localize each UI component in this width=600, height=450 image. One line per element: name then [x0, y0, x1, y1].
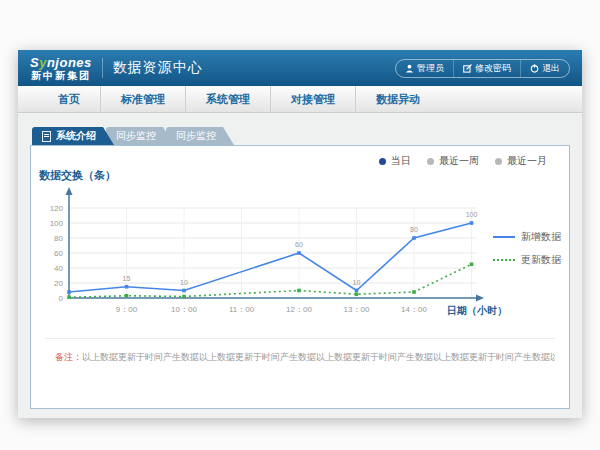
radio-icon	[379, 158, 386, 165]
radio-icon	[495, 158, 502, 165]
data-point-marker	[182, 289, 186, 293]
legend-item-2[interactable]: 更新数据	[493, 253, 561, 267]
tab-2[interactable]: 同步监控	[106, 127, 174, 145]
range-option-1[interactable]: 当日	[379, 154, 411, 168]
power-icon	[530, 64, 539, 73]
header: Synjones 新中新集团 数据资源中心 管理员 修改密码 退出	[18, 50, 582, 86]
range-option-2[interactable]: 最近一周	[427, 154, 479, 168]
data-point-marker	[470, 221, 474, 225]
data-point-label: 10	[180, 279, 188, 286]
user-toolbar: 管理员 修改密码 退出	[395, 59, 570, 78]
legend-label: 新增数据	[521, 230, 561, 244]
nav-item-4[interactable]: 对接管理	[270, 86, 355, 112]
range-option-3[interactable]: 最近一月	[495, 154, 547, 168]
y-tick-label: 20	[54, 279, 63, 288]
brand-divider	[102, 58, 103, 78]
y-tick-label: 40	[54, 264, 63, 273]
legend-swatch	[493, 259, 515, 261]
legend-swatch	[493, 236, 515, 238]
logo-wordmark: Synjones	[30, 56, 92, 69]
logo-accent: y	[39, 55, 47, 70]
y-tick-label: 0	[59, 294, 64, 303]
y-tick-label: 120	[50, 204, 64, 213]
x-tick-label: 10：00	[171, 305, 197, 314]
data-point-label: 15	[123, 275, 131, 282]
tab-bar: 系统介绍同步监控同步监控	[32, 127, 226, 145]
main-nav: 首页标准管理系统管理对接管理数据异动	[18, 86, 582, 113]
x-axis-title: 日期（小时）	[447, 304, 507, 318]
tab-label: 同步监控	[176, 127, 216, 145]
data-point-marker	[470, 262, 474, 266]
app-window: Synjones 新中新集团 数据资源中心 管理员 修改密码 退出 首页标准管理…	[18, 50, 582, 418]
range-option-label: 最近一周	[439, 154, 479, 168]
data-point-marker	[412, 236, 416, 240]
data-point-marker	[67, 295, 71, 299]
data-point-label: 80	[410, 226, 418, 233]
radio-icon	[427, 158, 434, 165]
data-point-marker	[125, 294, 129, 298]
range-options: 当日最近一周最近一月	[379, 154, 547, 168]
x-axis-arrow-icon	[476, 295, 484, 302]
nav-item-2[interactable]: 标准管理	[100, 86, 185, 112]
data-point-marker	[297, 251, 301, 255]
data-point-marker	[182, 295, 186, 299]
data-point-marker	[355, 289, 359, 293]
chart-panel: 当日最近一周最近一月 数据交换（条） 0204060801001209：0010…	[30, 145, 570, 409]
y-tick-label: 60	[54, 249, 63, 258]
x-tick-label: 9：00	[116, 305, 138, 314]
tab-label: 系统介绍	[56, 127, 96, 145]
admin-user-button[interactable]: 管理员	[396, 60, 453, 77]
data-point-marker	[355, 292, 359, 296]
edit-icon	[463, 64, 472, 73]
page-title: 数据资源中心	[113, 59, 203, 77]
footnote-text: 以上数据更新于时间产生数据以上数据更新于时间产生数据以上数据更新于时间产生数据以…	[82, 352, 555, 362]
brand: Synjones 新中新集团 数据资源中心	[30, 56, 203, 81]
logo-subtitle: 新中新集团	[30, 71, 92, 81]
change-password-label: 修改密码	[475, 62, 511, 75]
company-logo: Synjones 新中新集团	[30, 56, 92, 81]
tab-1[interactable]: 系统介绍	[32, 127, 114, 145]
footnote: 备注：以上数据更新于时间产生数据以上数据更新于时间产生数据以上数据更新于时间产生…	[55, 351, 555, 364]
nav-item-3[interactable]: 系统管理	[185, 86, 270, 112]
data-point-label: 100	[466, 211, 478, 218]
logout-button[interactable]: 退出	[520, 60, 569, 77]
tab-3[interactable]: 同步监控	[166, 127, 234, 145]
data-point-marker	[297, 289, 301, 293]
legend-item-1[interactable]: 新增数据	[493, 230, 561, 244]
y-tick-label: 100	[50, 219, 64, 228]
panel-divider	[45, 338, 555, 339]
data-point-marker	[67, 290, 71, 294]
content-area: 系统介绍同步监控同步监控 当日最近一周最近一月 数据交换（条） 02040608…	[18, 113, 582, 418]
range-option-label: 最近一月	[507, 154, 547, 168]
series-legend: 新增数据更新数据	[493, 230, 561, 267]
tab-label: 同步监控	[116, 127, 156, 145]
data-point-marker	[412, 290, 416, 294]
x-tick-label: 11：00	[229, 305, 255, 314]
data-point-marker	[125, 285, 129, 289]
user-icon	[405, 64, 414, 73]
logout-label: 退出	[542, 62, 560, 75]
change-password-button[interactable]: 修改密码	[453, 60, 520, 77]
data-point-label: 60	[295, 241, 303, 248]
nav-item-1[interactable]: 首页	[38, 86, 100, 112]
x-tick-label: 14：00	[401, 305, 427, 314]
legend-label: 更新数据	[521, 253, 561, 267]
x-tick-label: 12：00	[286, 305, 312, 314]
y-tick-label: 80	[54, 234, 63, 243]
document-icon	[42, 131, 51, 142]
y-axis-arrow-icon	[66, 187, 73, 195]
admin-user-label: 管理员	[417, 62, 444, 75]
nav-item-5[interactable]: 数据异动	[355, 86, 440, 112]
x-tick-label: 13：00	[344, 305, 370, 314]
range-option-label: 当日	[391, 154, 411, 168]
data-point-label: 10	[353, 279, 361, 286]
footnote-label: 备注：	[55, 352, 82, 362]
